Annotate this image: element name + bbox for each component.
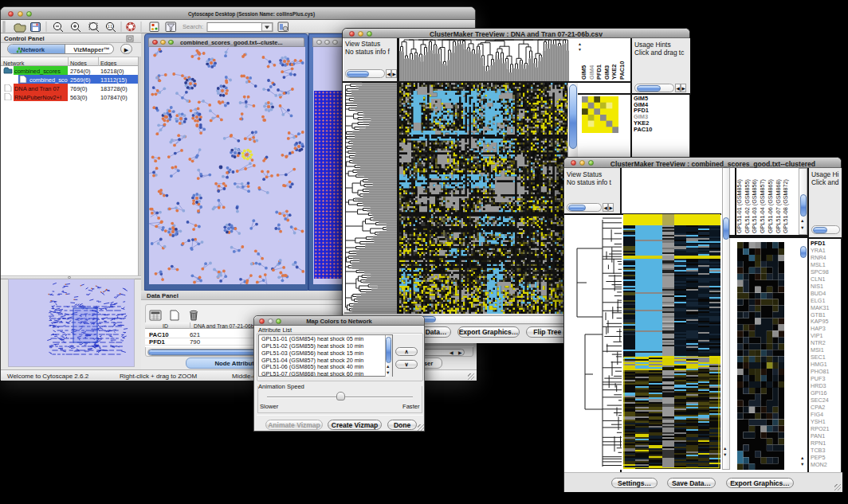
svg-text:1:1: 1:1 bbox=[108, 25, 113, 29]
svg-text:Search:: Search: bbox=[183, 23, 203, 30]
